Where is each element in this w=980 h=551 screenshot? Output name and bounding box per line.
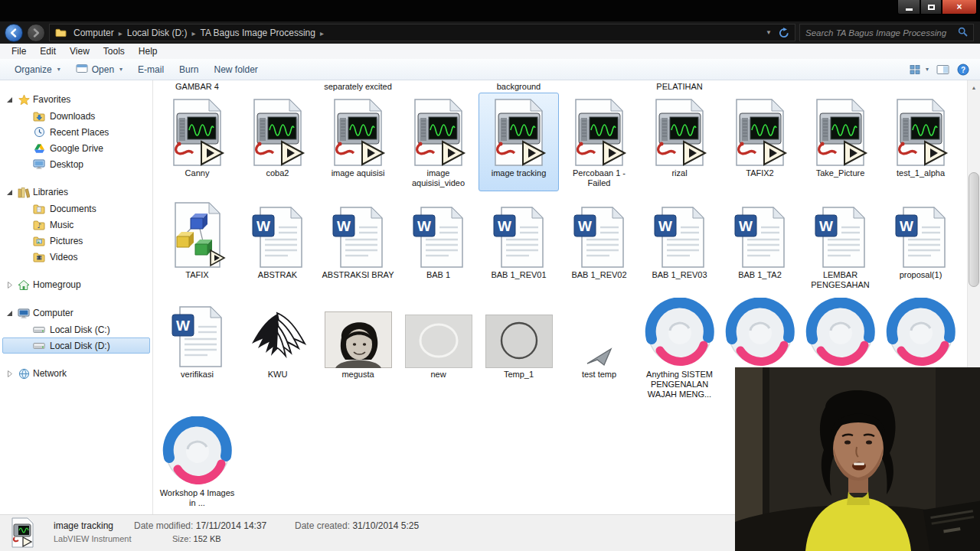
search-icon[interactable] <box>958 27 968 38</box>
file-item-test-1-alpha[interactable]: test_1_alpha <box>880 93 961 191</box>
expand-arrow-icon[interactable] <box>5 370 15 377</box>
minimize-button[interactable] <box>897 0 920 15</box>
collapse-arrow-icon[interactable] <box>5 189 15 196</box>
file-item-coba2[interactable]: coba2 <box>237 93 318 191</box>
file-item-percobaan-1-failed[interactable]: Percobaan 1 - Failed <box>559 93 639 191</box>
file-item-lembar-pengesahan[interactable]: WLEMBAR PENGESAHAN <box>800 194 880 293</box>
word-doc-icon: W <box>251 195 305 269</box>
file-label: Anything SISTEM PENGENALAN WAJAH MENG... <box>641 368 718 402</box>
maximize-button[interactable] <box>920 0 942 15</box>
search-box[interactable]: Search TA Bagus Image Processing <box>799 24 974 41</box>
sidebar-item-music[interactable]: ♪Music <box>2 217 150 233</box>
file-label: Canny <box>185 167 211 181</box>
breadcrumb-separator-icon[interactable]: ▸ <box>119 29 122 37</box>
menu-edit[interactable]: Edit <box>33 45 63 57</box>
dropdown-caret-icon: ▾ <box>57 66 60 73</box>
menu-tools[interactable]: Tools <box>96 45 132 57</box>
sidebar-section-network[interactable]: Network <box>0 365 152 382</box>
file-item-rizal[interactable]: rizal <box>639 93 720 191</box>
file-item-new[interactable]: new <box>398 294 479 403</box>
svg-text:W: W <box>256 218 270 234</box>
sidebar-item-local-disk-c[interactable]: Local Disk (C:) <box>2 321 150 337</box>
file-row: Cannycoba2image aquisisiimage aquisisi_v… <box>157 93 961 191</box>
sidebar-section-computer[interactable]: Computer <box>0 305 152 321</box>
labview-vi-icon <box>729 93 792 167</box>
file-item-canny[interactable]: Canny <box>157 93 237 191</box>
views-button[interactable]: ▾ <box>910 64 929 75</box>
window-controls: × <box>897 0 977 15</box>
file-item-image-tracking[interactable]: image tracking <box>479 93 559 191</box>
file-item-image-aquisisi[interactable]: image aquisisi <box>318 93 398 191</box>
sidebar-section-libraries[interactable]: Libraries <box>0 184 152 201</box>
sidebar-item-google-drive[interactable]: Google Drive <box>2 140 150 156</box>
file-item-bab-1-rev02[interactable]: WBAB 1_REV02 <box>559 194 639 293</box>
sidebar-item-documents[interactable]: Documents <box>2 201 150 217</box>
image-ring-icon <box>485 295 553 368</box>
file-item-verifikasi[interactable]: Wverifikasi <box>157 294 237 403</box>
collapse-arrow-icon[interactable] <box>5 310 15 317</box>
address-bar[interactable]: Computer▸Local Disk (D:)▸TA Bagus Image … <box>49 24 795 41</box>
sidebar-item-downloads[interactable]: Downloads <box>2 108 150 124</box>
file-item-image-aquisisi-video[interactable]: image aquisisi_video <box>398 93 479 191</box>
labview-vi-icon <box>407 93 470 167</box>
preview-pane-button[interactable] <box>936 64 949 75</box>
sidebar-item-videos[interactable]: Videos <box>2 249 150 265</box>
file-item-proposal-1[interactable]: Wproposal(1) <box>880 194 961 293</box>
command-toolbar: Organize▾Open▾E-mailBurnNew folder ▾? <box>0 59 980 80</box>
forward-button[interactable] <box>27 24 45 42</box>
expand-arrow-icon[interactable] <box>5 282 15 289</box>
refresh-icon[interactable] <box>776 28 792 38</box>
toolbar-open-button[interactable]: Open▾ <box>69 60 129 79</box>
scrollbar-thumb[interactable] <box>969 172 979 287</box>
sidebar-section-homegroup[interactable]: Homegroup <box>0 276 152 293</box>
sidebar-item-pictures[interactable]: Pictures <box>2 233 150 249</box>
file-item-abstrak[interactable]: WABSTRAK <box>237 194 318 293</box>
toolbar-e-mail-button[interactable]: E-mail <box>131 61 171 78</box>
file-item-bab-1[interactable]: WBAB 1 <box>398 194 479 293</box>
file-item-temp-1[interactable]: Temp_1 <box>479 294 559 403</box>
word-doc-icon: W <box>171 295 224 368</box>
file-item-workshop-4-images-in[interactable]: Workshop 4 Images in ... <box>157 412 237 511</box>
explorer-window: × Computer▸Local Disk (D:)▸TA Bagus Imag… <box>0 0 980 551</box>
labview-vi-icon <box>327 93 390 167</box>
back-button[interactable] <box>5 24 23 42</box>
file-item-take-picture[interactable]: Take_Picture <box>800 93 880 191</box>
breadcrumb-local-disk-d[interactable]: Local Disk (D:) <box>122 26 192 40</box>
sidebar-item-desktop[interactable]: Desktop <box>2 156 150 172</box>
collapse-arrow-icon[interactable] <box>5 96 15 103</box>
file-item-bab-1-ta2[interactable]: WBAB 1_TA2 <box>720 194 800 293</box>
menu-help[interactable]: Help <box>132 45 165 57</box>
toolbar-burn-button[interactable]: Burn <box>172 61 205 78</box>
breadcrumb-separator-icon[interactable]: ▸ <box>320 29 324 37</box>
word-doc-icon: W <box>412 195 466 269</box>
menu-view[interactable]: View <box>63 45 96 57</box>
close-button[interactable]: × <box>942 0 977 15</box>
help-button[interactable]: ? <box>957 64 969 76</box>
file-label: test_1_alpha <box>896 167 946 181</box>
file-item-tafix[interactable]: TAFIX <box>157 194 237 293</box>
scroll-up-icon[interactable]: ▲ <box>968 81 980 93</box>
open-icon <box>76 64 88 76</box>
toolbar-new-folder-button[interactable]: New folder <box>207 61 264 78</box>
file-label: Take_Picture <box>815 167 866 181</box>
breadcrumb-computer[interactable]: Computer <box>69 26 119 40</box>
sidebar-item-local-disk-d[interactable]: Local Disk (D:) <box>2 337 150 354</box>
file-item-bab-1-rev01[interactable]: WBAB 1_REV01 <box>479 194 559 293</box>
breadcrumb-dropdown-icon[interactable]: ▼ <box>761 29 776 36</box>
file-label-partial: PELATIHAN <box>639 82 720 91</box>
file-item-bab-1-rev03[interactable]: WBAB 1_REV03 <box>639 194 720 293</box>
toolbar-label: New folder <box>214 64 257 75</box>
file-item-tafix2[interactable]: TAFIX2 <box>720 93 800 191</box>
file-item-abstraksi-bray[interactable]: WABSTRAKSI BRAY <box>318 194 398 293</box>
toolbar-organize-button[interactable]: Organize▾ <box>8 61 67 78</box>
file-item-megusta[interactable]: megusta <box>318 294 398 403</box>
file-item-kwu[interactable]: KWU <box>237 294 318 403</box>
photo-icon <box>325 295 392 368</box>
sidebar-section-favorites[interactable]: Favorites <box>0 91 152 108</box>
menu-file[interactable]: File <box>5 45 33 57</box>
sidebar-item-label: Google Drive <box>50 143 103 154</box>
file-item-anything-sistem-pengenalan-wajah-meng[interactable]: Anything SISTEM PENGENALAN WAJAH MENG... <box>639 294 720 403</box>
file-item-test-temp[interactable]: test temp <box>559 294 639 403</box>
breadcrumb-ta-bagus-image-processing[interactable]: TA Bagus Image Processing <box>195 26 320 40</box>
sidebar-item-recent-places[interactable]: Recent Places <box>2 124 150 140</box>
